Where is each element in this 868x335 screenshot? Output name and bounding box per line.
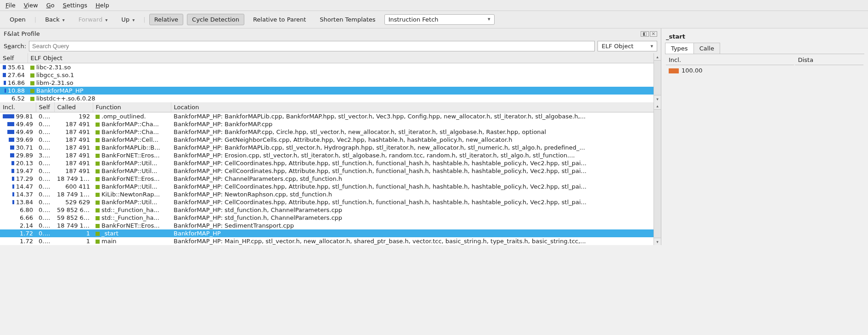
function-icon xyxy=(96,146,100,150)
elf-row[interactable]: 10.88BankforMAP_HP xyxy=(0,87,661,95)
function-row[interactable]: 20.130.04187 491BankforMAP::Util...Bankf… xyxy=(0,159,661,167)
function-icon xyxy=(96,123,100,127)
function-row[interactable]: 30.710.19187 491BankforMAPLib::B...Bankf… xyxy=(0,144,661,151)
elf-row[interactable]: 27.64libgcc_s.so.1 xyxy=(0,71,661,79)
right-row[interactable]: 100.00 xyxy=(666,66,863,75)
function-row[interactable]: 6.660.8159 852 652std::_Function_ha...Ba… xyxy=(0,214,661,222)
panel-title: F&lat Profile xyxy=(4,30,40,37)
function-scrollbar[interactable]: ▴▾ xyxy=(654,102,661,245)
col-called[interactable]: Called xyxy=(54,102,93,112)
col-self[interactable]: Self xyxy=(0,53,28,63)
panel-close-icon[interactable]: ✕ xyxy=(650,31,657,37)
function-table: Incl. Self Called Function Location 99.8… xyxy=(0,102,661,245)
open-button[interactable]: Open xyxy=(5,14,31,25)
elf-row[interactable]: 16.86libm-2.31.so xyxy=(0,79,661,87)
panel-title-bar: F&lat Profile ◧ ✕ xyxy=(0,28,661,39)
col-incl[interactable]: Incl. xyxy=(0,102,36,112)
function-row[interactable]: 39.690.01187 491BankforMAP::Cell...Bankf… xyxy=(0,136,661,144)
function-row[interactable]: 14.370.9118 749 100KiLib::NewtonRap...Ba… xyxy=(0,190,661,198)
selected-function-title: _start xyxy=(665,30,864,43)
search-input[interactable] xyxy=(29,41,595,51)
right-col-distance[interactable]: Dista xyxy=(795,55,863,65)
elf-scrollbar[interactable]: ▴▾ xyxy=(654,53,661,102)
function-icon xyxy=(96,232,100,236)
cost-bar-icon xyxy=(669,68,679,73)
menu-go[interactable]: Go xyxy=(46,2,55,9)
function-icon xyxy=(96,185,100,189)
back-button[interactable]: Back ▾ xyxy=(40,14,70,25)
function-row[interactable]: 2.140.2518 749 100BankForNET::Eros...Ban… xyxy=(0,222,661,229)
function-row[interactable]: 14.470.11600 411BankforMAP::Util...Bankf… xyxy=(0,183,661,190)
search-label: Search: xyxy=(4,43,26,50)
forward-button[interactable]: Forward ▾ xyxy=(73,14,113,25)
function-icon xyxy=(96,130,100,134)
function-row[interactable]: 13.840.11529 629BankforMAP::Util...Bankf… xyxy=(0,198,661,206)
right-tabs: Types Calle xyxy=(665,43,864,54)
module-icon xyxy=(30,66,34,70)
function-icon xyxy=(96,162,100,166)
tab-types[interactable]: Types xyxy=(665,43,694,54)
elf-row[interactable]: 6.52libstdc++.so.6.0.28 xyxy=(0,95,661,102)
function-row[interactable]: 49.490.00187 491BankforMAP::Cha...Bankfo… xyxy=(0,120,661,128)
menu-settings[interactable]: Settings xyxy=(63,2,87,9)
cycle-detection-toggle[interactable]: Cycle Detection xyxy=(187,14,244,25)
function-row[interactable]: 1.720.001mainBankforMAP_HP: Main_HP.cpp,… xyxy=(0,237,661,245)
function-icon xyxy=(96,208,100,212)
elf-row[interactable]: 35.61libc-2.31.so xyxy=(0,63,661,72)
module-icon xyxy=(30,73,34,78)
function-row[interactable]: 6.800.9559 852 652std::_Function_ha...Ba… xyxy=(0,206,661,214)
function-icon xyxy=(96,154,100,158)
function-row[interactable]: 29.893.20187 491BankForNET::Eros...Bankf… xyxy=(0,151,661,159)
search-row: Search: ELF Object xyxy=(0,39,661,53)
function-icon xyxy=(96,201,100,205)
function-icon xyxy=(96,169,100,173)
col-function[interactable]: Function xyxy=(93,102,171,112)
menu-help[interactable]: Help xyxy=(96,2,109,9)
menubar: File View Go Settings Help xyxy=(0,0,868,11)
right-col-incl[interactable]: Incl. xyxy=(666,55,794,65)
shorten-templates-toggle[interactable]: Shorten Templates xyxy=(315,14,380,25)
module-icon xyxy=(30,89,34,93)
panel-float-icon[interactable]: ◧ xyxy=(641,31,648,37)
function-row[interactable]: 19.470.04187 491BankforMAP::Util...Bankf… xyxy=(0,167,661,175)
function-icon xyxy=(96,115,100,119)
function-row[interactable]: 99.810.03192.omp_outlined.BankforMAP_HP:… xyxy=(0,112,661,121)
tab-callees[interactable]: Calle xyxy=(693,43,720,54)
module-icon xyxy=(30,81,34,85)
right-panel: _start Types Calle Incl. Dista 100.00 xyxy=(661,28,868,245)
menu-view[interactable]: View xyxy=(24,2,38,9)
grouping-combo[interactable]: ELF Object xyxy=(597,41,657,51)
col-location[interactable]: Location xyxy=(171,102,661,112)
function-icon xyxy=(96,240,100,244)
function-row[interactable]: 49.490.02187 491BankforMAP::Cha...Bankfo… xyxy=(0,128,661,136)
toolbar: Open | Back ▾ Forward ▾ Up ▾ | Relative … xyxy=(0,11,868,28)
function-row[interactable]: 1.720.001_startBankforMAP_HP xyxy=(0,229,661,237)
cost-type-combo[interactable]: Instruction Fetch xyxy=(384,14,495,25)
function-icon xyxy=(96,193,100,197)
up-button[interactable]: Up ▾ xyxy=(116,14,140,25)
function-icon xyxy=(96,224,100,228)
function-icon xyxy=(96,138,100,142)
module-icon xyxy=(30,97,34,101)
col-self[interactable]: Self xyxy=(36,102,54,112)
relative-toggle[interactable]: Relative xyxy=(149,14,183,25)
function-icon xyxy=(96,177,100,181)
function-row[interactable]: 17.290.5118 749 100BankForNET::Eros...Ba… xyxy=(0,175,661,183)
col-elf-object[interactable]: ELF Object xyxy=(28,53,661,63)
function-icon xyxy=(96,216,100,220)
elf-table: Self ELF Object 35.61libc-2.31.so27.64li… xyxy=(0,53,661,102)
menu-file[interactable]: File xyxy=(6,2,16,9)
relative-to-parent-toggle[interactable]: Relative to Parent xyxy=(248,14,311,25)
